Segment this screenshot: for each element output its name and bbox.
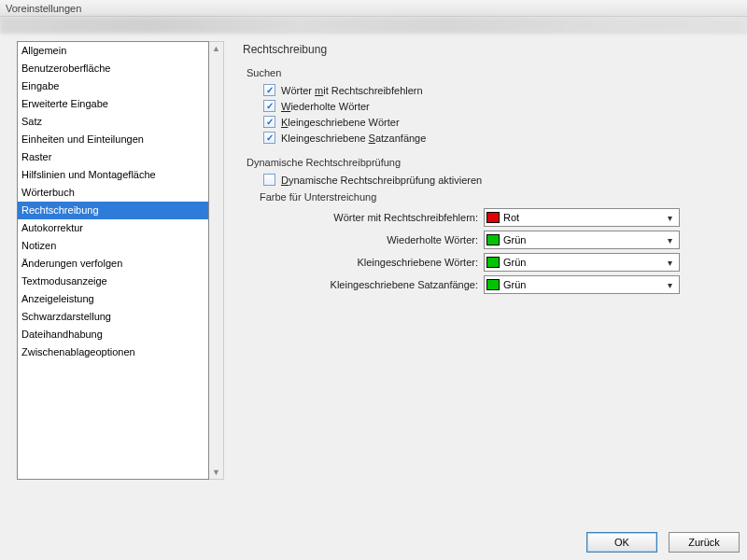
category-item[interactable]: Anzeigeleistung — [18, 290, 208, 308]
color-label: Wörter mit Rechtschreibfehlern: — [241, 212, 484, 223]
category-item[interactable]: Textmodusanzeige — [18, 273, 208, 290]
group-dynamic-title: Dynamische Rechtschreibprüfung — [247, 157, 734, 168]
check-label: Kleingeschriebene Wörter — [281, 117, 400, 128]
category-item[interactable]: Allgemein — [18, 42, 208, 60]
color-row: Kleingeschriebene Wörter:Grün▾ — [241, 253, 734, 272]
color-row: Wörter mit Rechtschreibfehlern:Rot▾ — [241, 208, 734, 227]
color-row: Kleingeschriebene Satzanfänge:Grün▾ — [241, 275, 734, 294]
category-item[interactable]: Änderungen verfolgen — [18, 255, 208, 273]
color-swatch-icon — [486, 279, 500, 290]
settings-pane: Rechtschreibung Suchen Wörter mit Rechts… — [233, 41, 738, 525]
window-title: Voreinstellungen — [6, 3, 81, 14]
color-combo[interactable]: Rot▾ — [484, 208, 680, 227]
chevron-down-icon: ▾ — [662, 235, 677, 245]
scroll-up-icon[interactable]: ▲ — [212, 42, 220, 55]
toolbar-blur — [0, 17, 747, 34]
color-combo[interactable]: Grün▾ — [484, 231, 680, 249]
check-search-1[interactable]: Wiederholte Wörter — [263, 100, 734, 112]
category-item[interactable]: Raster — [18, 148, 208, 166]
category-scrollbar[interactable]: ▲ ▼ — [209, 41, 224, 480]
color-swatch-icon — [486, 257, 500, 268]
pane-title: Rechtschreibung — [243, 43, 734, 56]
category-item[interactable]: Rechtschreibung — [18, 202, 208, 219]
underline-color-title: Farbe für Unterstreichung — [260, 191, 734, 203]
category-item[interactable]: Wörterbuch — [18, 184, 208, 202]
check-label: Kleingeschriebene Satzanfänge — [281, 133, 426, 144]
preferences-window: Voreinstellungen AllgemeinBenutzeroberfl… — [0, 0, 747, 560]
checkbox-icon — [263, 132, 275, 144]
checkbox-icon — [263, 100, 275, 112]
color-name: Grün — [503, 257, 662, 268]
color-label: Kleingeschriebene Satzanfänge: — [241, 279, 484, 290]
checkbox-icon — [263, 84, 275, 96]
category-item[interactable]: Eingabe — [18, 77, 208, 95]
check-label: Dynamische Rechtschreibprüfung aktiviere… — [281, 175, 482, 186]
scroll-down-icon[interactable]: ▼ — [212, 466, 220, 479]
ok-button[interactable]: OK — [586, 532, 657, 553]
checkbox-icon — [263, 174, 275, 186]
checkbox-icon — [263, 116, 275, 128]
color-label: Kleingeschriebene Wörter: — [241, 257, 484, 268]
chevron-down-icon: ▾ — [662, 258, 677, 268]
chevron-down-icon: ▾ — [662, 280, 677, 290]
category-item[interactable]: Schwarzdarstellung — [18, 308, 208, 326]
check-search-0[interactable]: Wörter mit Rechtschreibfehlern — [263, 84, 734, 96]
color-name: Grün — [503, 234, 662, 245]
category-item[interactable]: Notizen — [18, 237, 208, 255]
category-item[interactable]: Hilfslinien und Montagefläche — [18, 166, 208, 184]
group-search-title: Suchen — [247, 67, 734, 78]
color-name: Grün — [503, 279, 662, 290]
color-swatch-icon — [486, 212, 500, 223]
category-item[interactable]: Erweiterte Eingabe — [18, 95, 208, 113]
check-label: Wörter mit Rechtschreibfehlern — [281, 85, 423, 96]
category-item[interactable]: Autokorrektur — [18, 219, 208, 237]
color-row: Wiederholte Wörter:Grün▾ — [241, 231, 734, 249]
category-item[interactable]: Satz — [18, 113, 208, 131]
category-item[interactable]: Benutzeroberfläche — [18, 60, 208, 77]
dialog-body: AllgemeinBenutzeroberflächeEingabeErweit… — [0, 34, 747, 528]
check-label: Wiederholte Wörter — [281, 101, 370, 112]
group-dynamic: Dynamische Rechtschreibprüfung Dynamisch… — [241, 157, 734, 294]
color-combo[interactable]: Grün▾ — [484, 253, 680, 272]
dialog-footer: OK Zurück — [0, 528, 747, 560]
category-list[interactable]: AllgemeinBenutzeroberflächeEingabeErweit… — [17, 41, 209, 480]
color-combo[interactable]: Grün▾ — [484, 275, 680, 294]
check-search-3[interactable]: Kleingeschriebene Satzanfänge — [263, 132, 734, 144]
check-search-2[interactable]: Kleingeschriebene Wörter — [263, 116, 734, 128]
color-label: Wiederholte Wörter: — [241, 234, 484, 245]
chevron-down-icon: ▾ — [662, 213, 677, 223]
category-list-wrap: AllgemeinBenutzeroberflächeEingabeErweit… — [17, 41, 224, 525]
category-item[interactable]: Dateihandhabung — [18, 326, 208, 343]
color-swatch-icon — [486, 234, 500, 245]
titlebar: Voreinstellungen — [0, 0, 747, 17]
category-item[interactable]: Zwischenablageoptionen — [18, 343, 208, 361]
group-search: Suchen Wörter mit RechtschreibfehlernWie… — [241, 67, 734, 144]
color-name: Rot — [503, 212, 662, 223]
back-button[interactable]: Zurück — [669, 532, 740, 553]
category-item[interactable]: Einheiten und Einteilungen — [18, 131, 208, 148]
check-dynamic-enable[interactable]: Dynamische Rechtschreibprüfung aktiviere… — [263, 174, 734, 186]
